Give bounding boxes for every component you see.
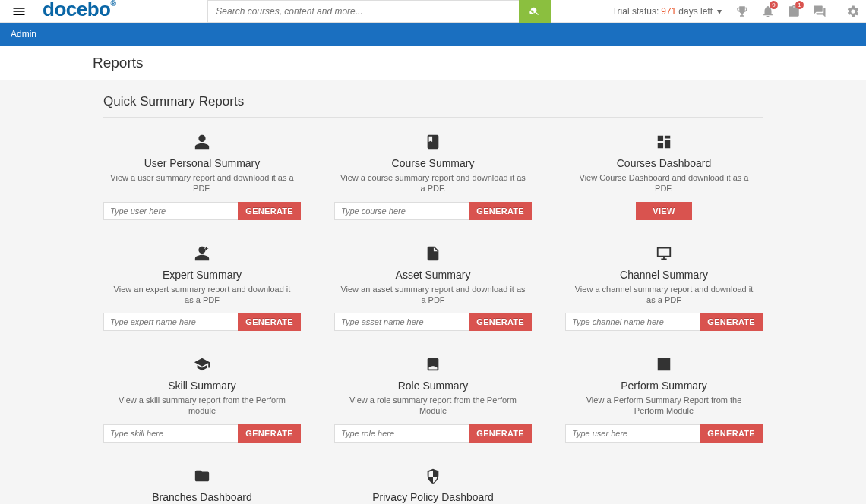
dashboard-icon xyxy=(565,131,763,153)
card-title: Channel Summary xyxy=(565,269,763,281)
card-title: Skill Summary xyxy=(103,380,301,392)
cap-icon xyxy=(103,354,301,375)
page-title: Reports xyxy=(93,55,144,71)
trial-prefix: Trial status: xyxy=(612,6,659,17)
gear-icon xyxy=(846,5,860,18)
trial-days: 971 xyxy=(661,6,676,17)
card-actions: GENERATE xyxy=(103,424,301,443)
card-actions: GENERATE xyxy=(565,313,763,331)
report-card: Asset SummaryView an asset summary repor… xyxy=(334,243,532,332)
generate-button[interactable]: GENERATE xyxy=(238,313,301,331)
card-description: View a role summary report from the Perf… xyxy=(334,395,532,417)
card-actions: VIEW xyxy=(565,202,763,220)
card-input[interactable] xyxy=(334,202,469,220)
search-input[interactable] xyxy=(207,0,519,23)
badge-icon xyxy=(334,354,532,375)
topbar-right: Trial status: 971 days left ▾ 9 1 xyxy=(605,0,866,23)
gamification-button[interactable] xyxy=(729,0,755,23)
card-description: View a course summary report and downloa… xyxy=(334,172,532,194)
generate-button[interactable]: GENERATE xyxy=(469,424,532,443)
search-icon xyxy=(529,6,540,17)
card-input[interactable] xyxy=(103,424,238,443)
book-icon xyxy=(334,131,532,153)
tasks-button[interactable]: 1 xyxy=(781,0,807,23)
registered-mark: ® xyxy=(110,0,115,8)
card-input[interactable] xyxy=(103,202,238,220)
card-actions: GENERATE xyxy=(334,202,532,220)
report-card: Channel SummaryView a channel summary re… xyxy=(565,243,763,332)
report-cards-grid: User Personal SummaryView a user summary… xyxy=(103,131,763,504)
card-description: View an asset summary report and downloa… xyxy=(334,284,532,306)
report-card: Privacy Policy Dashboard xyxy=(334,465,532,504)
breadcrumb[interactable]: Admin xyxy=(11,29,36,39)
generate-button[interactable]: GENERATE xyxy=(238,202,301,220)
caret-down-icon: ▾ xyxy=(717,6,722,17)
hamburger-icon xyxy=(11,4,27,19)
card-input[interactable] xyxy=(565,313,700,331)
card-input[interactable] xyxy=(334,424,469,443)
card-title: Expert Summary xyxy=(103,269,301,281)
tasks-badge: 1 xyxy=(795,1,804,9)
card-actions: GENERATE xyxy=(103,202,301,220)
report-card: Role SummaryView a role summary report f… xyxy=(334,354,532,443)
report-card: User Personal SummaryView a user summary… xyxy=(103,131,301,220)
chat-icon xyxy=(813,5,826,18)
topbar-icons: 9 1 xyxy=(729,0,866,23)
card-title: Role Summary xyxy=(334,380,532,392)
report-card: Perform SummaryView a Perform Summary Re… xyxy=(565,354,763,443)
card-description: View an expert summary report and downlo… xyxy=(103,284,301,306)
breadcrumb-bar: Admin xyxy=(0,23,866,46)
logo-text: docebo xyxy=(43,0,110,20)
page-title-strip: Reports xyxy=(0,46,866,80)
logo[interactable]: docebo® xyxy=(38,0,120,21)
card-actions: GENERATE xyxy=(565,424,763,443)
menu-toggle-button[interactable] xyxy=(0,0,38,23)
card-description: View a user summary report and download … xyxy=(103,172,301,194)
card-description: View a Perform Summary Report from the P… xyxy=(565,395,763,417)
trial-suffix: days left xyxy=(678,6,713,17)
section-heading: Quick Summary Reports xyxy=(103,94,763,118)
card-actions: GENERATE xyxy=(334,424,532,443)
shield-icon xyxy=(334,465,532,487)
card-input[interactable] xyxy=(103,313,238,331)
report-card: Expert SummaryView an expert summary rep… xyxy=(103,243,301,332)
trophy-icon xyxy=(735,5,749,18)
card-title: Asset Summary xyxy=(334,269,532,281)
chart-icon xyxy=(565,354,763,375)
messages-button[interactable] xyxy=(807,0,833,23)
card-title: Courses Dashboard xyxy=(565,157,763,169)
card-actions: GENERATE xyxy=(334,313,532,331)
card-input[interactable] xyxy=(565,424,700,443)
folder-icon xyxy=(103,465,301,487)
generate-button[interactable]: GENERATE xyxy=(238,424,301,443)
generate-button[interactable]: GENERATE xyxy=(700,313,763,331)
card-description: View a channel summary report and downlo… xyxy=(565,284,763,306)
file-icon xyxy=(334,243,532,264)
card-description: View Course Dashboard and download it as… xyxy=(565,172,763,194)
card-input[interactable] xyxy=(334,313,469,331)
trial-status[interactable]: Trial status: 971 days left ▾ xyxy=(605,6,729,17)
topbar: docebo® Trial status: 971 days left ▾ 9 … xyxy=(0,0,866,23)
expert-icon xyxy=(103,243,301,264)
report-card: Courses DashboardView Course Dashboard a… xyxy=(565,131,763,220)
view-button[interactable]: VIEW xyxy=(636,202,692,220)
card-title: Branches Dashboard xyxy=(103,491,301,503)
card-title: User Personal Summary xyxy=(103,157,301,169)
generate-button[interactable]: GENERATE xyxy=(700,424,763,443)
monitor-icon xyxy=(565,243,763,264)
notifications-button[interactable]: 9 xyxy=(755,0,781,23)
user-icon xyxy=(103,131,301,153)
search-button[interactable] xyxy=(519,0,551,23)
card-title: Privacy Policy Dashboard xyxy=(334,491,532,503)
global-search xyxy=(207,0,551,23)
content: Quick Summary Reports User Personal Summ… xyxy=(0,80,866,504)
card-description: View a skill summary report from the Per… xyxy=(103,395,301,417)
card-actions: GENERATE xyxy=(103,313,301,331)
generate-button[interactable]: GENERATE xyxy=(469,313,532,331)
generate-button[interactable]: GENERATE xyxy=(469,202,532,220)
card-title: Course Summary xyxy=(334,157,532,169)
report-card: Skill SummaryView a skill summary report… xyxy=(103,354,301,443)
report-card: Branches Dashboard xyxy=(103,465,301,504)
settings-button[interactable] xyxy=(840,0,866,23)
notifications-badge: 9 xyxy=(770,1,778,9)
